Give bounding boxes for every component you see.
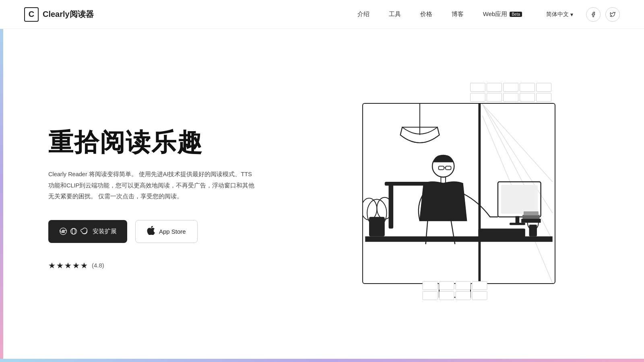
chevron-down-icon: ▾	[570, 11, 573, 18]
svg-rect-29	[521, 219, 541, 223]
svg-rect-27	[529, 225, 537, 237]
svg-point-1	[62, 230, 64, 232]
cta-buttons: 安装扩展 App Store	[48, 220, 290, 243]
svg-point-25	[363, 198, 377, 220]
logo-icon: C	[24, 7, 39, 22]
svg-rect-14	[439, 166, 444, 170]
rating-area: ★★★★★ (4.8)	[48, 261, 290, 270]
browser-icons	[59, 227, 89, 236]
nav-blog[interactable]: 博客	[452, 10, 464, 18]
logo-area[interactable]: C Clearly阅读器	[24, 7, 94, 22]
twitter-icon[interactable]	[605, 7, 620, 22]
social-icons	[586, 7, 620, 22]
svg-rect-30	[522, 215, 540, 219]
hero-illustration	[290, 83, 620, 308]
svg-rect-18	[478, 228, 525, 237]
scene-svg	[363, 104, 555, 283]
bricks-bottom	[423, 281, 487, 300]
svg-rect-4	[478, 104, 481, 283]
svg-rect-15	[446, 166, 451, 170]
language-selector[interactable]: 简体中文 ▾	[546, 11, 573, 18]
beta-badge: Beta	[510, 12, 522, 17]
svg-rect-20	[501, 185, 538, 214]
appstore-label: App Store	[159, 228, 186, 235]
star-rating: ★★★★★	[48, 261, 89, 270]
edge-icon	[80, 227, 89, 236]
opera-icon	[69, 227, 78, 236]
hero-section: 重拾阅读乐趣 Clearly Reader 将阅读变得简单。 使用先进AI技术提…	[0, 29, 644, 362]
nav-intro[interactable]: 介绍	[357, 10, 369, 18]
nav-price[interactable]: 价格	[420, 10, 432, 18]
svg-rect-17	[441, 177, 446, 183]
illustration-container	[350, 83, 559, 308]
chrome-icon	[59, 227, 68, 236]
svg-rect-31	[524, 212, 539, 216]
nav-webapp[interactable]: Web应用 Beta	[483, 10, 522, 18]
navbar: C Clearly阅读器 介绍 工具 价格 博客 Web应用 Beta 简体中文…	[0, 0, 644, 29]
nav-tools[interactable]: 工具	[389, 10, 401, 18]
hero-title: 重拾阅读乐趣	[48, 129, 290, 156]
apple-icon	[147, 226, 155, 237]
nav-links: 介绍 工具 价格 博客 Web应用 Beta	[357, 10, 522, 18]
appstore-button[interactable]: App Store	[135, 220, 198, 243]
logo-text: Clearly阅读器	[43, 9, 94, 20]
svg-rect-22	[510, 223, 525, 225]
install-label: 安装扩展	[93, 228, 117, 235]
svg-line-5	[482, 104, 553, 182]
monitor-frame	[362, 103, 555, 284]
svg-point-3	[72, 228, 75, 234]
hero-left: 重拾阅读乐趣 Clearly Reader 将阅读变得简单。 使用先进AI技术提…	[48, 121, 290, 270]
facebook-icon[interactable]	[586, 7, 601, 22]
install-extension-button[interactable]: 安装扩展	[48, 220, 127, 243]
rating-value: (4.8)	[92, 262, 104, 269]
hero-description: Clearly Reader 将阅读变得简单。 使用先进AI技术提供最好的阅读模…	[48, 169, 258, 202]
svg-rect-10	[365, 237, 552, 242]
svg-point-2	[71, 228, 77, 234]
